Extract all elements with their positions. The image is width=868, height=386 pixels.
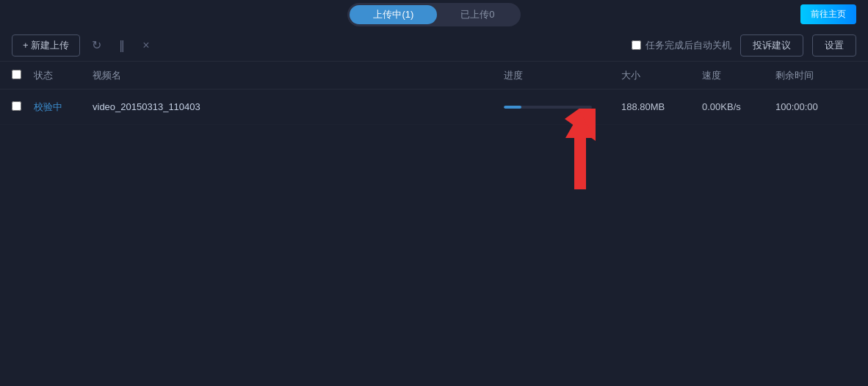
file-name-text: video_20150313_110403 [93,101,200,112]
select-all-checkbox[interactable] [12,70,21,79]
row-speed: 0.00KB/s [702,101,775,112]
row-status: 校验中 [34,101,93,114]
col-status-header: 状态 [34,69,93,82]
top-right-button[interactable]: 前往主页 [800,4,856,24]
auto-shutdown-text: 任务完成后自动关机 [645,39,731,52]
svg-rect-3 [574,136,586,189]
new-upload-button[interactable]: + 新建上传 [12,34,80,57]
top-bar: 上传中(1) 已上传0 前往主页 [0,0,868,29]
progress-bar-fill [504,106,521,109]
tab-uploading[interactable]: 上传中(1) [350,5,437,24]
row-size: 188.80MB [621,101,702,112]
refresh-button[interactable]: ↻ [86,35,107,55]
col-check-header [12,70,34,81]
col-size-header: 大小 [621,69,702,82]
row-progress [504,106,621,109]
pause-button[interactable]: ‖ [113,35,131,55]
col-progress-header: 进度 [504,69,621,82]
table-row: 校验中 video_20150313_110403 188.80MB 0.00K… [0,90,868,125]
row-file-name: video_20150313_110403 [93,101,504,112]
status-badge: 校验中 [34,101,62,112]
row-checkbox[interactable] [12,101,21,111]
col-name-header: 视频名 [93,69,504,82]
settings-button[interactable]: 设置 [812,34,856,57]
toolbar-right: 任务完成后自动关机 投诉建议 设置 [632,34,856,57]
auto-shutdown-label[interactable]: 任务完成后自动关机 [632,39,731,52]
tab-uploaded[interactable]: 已上传0 [437,5,518,24]
delete-button[interactable]: × [137,36,155,55]
tab-group: 上传中(1) 已上传0 [347,3,520,26]
toolbar: + 新建上传 ↻ ‖ × 任务完成后自动关机 投诉建议 设置 [0,29,868,62]
feedback-button[interactable]: 投诉建议 [740,34,803,57]
col-speed-header: 速度 [702,69,775,82]
col-remaining-header: 剩余时间 [775,69,856,82]
row-remaining: 100:00:00 [775,101,856,112]
row-check [12,101,34,113]
progress-bar-wrap [504,106,592,109]
auto-shutdown-checkbox[interactable] [632,40,641,50]
table-header: 状态 视频名 进度 大小 速度 剩余时间 [0,62,868,90]
